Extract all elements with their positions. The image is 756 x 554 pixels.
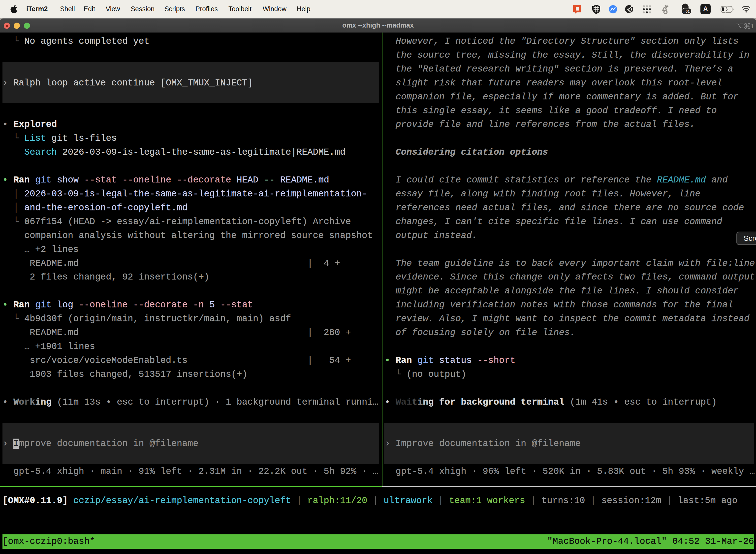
svg-text:..61: ..61: [683, 9, 690, 13]
svg-text:1: 1: [751, 23, 753, 30]
